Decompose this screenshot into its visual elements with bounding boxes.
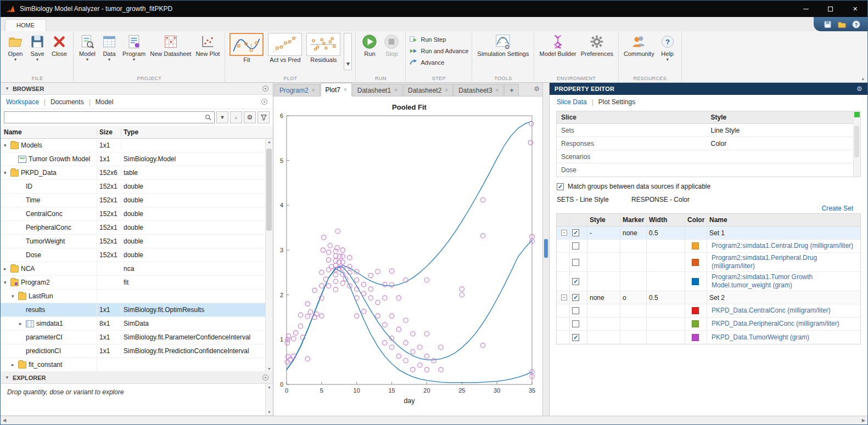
new-plot-button[interactable]: New Plot xyxy=(194,33,221,57)
browser-scrollbar[interactable]: ▲ ▼ xyxy=(265,139,273,372)
table-row-PKPD_Data[interactable]: ▾PKPD_Data152x6table xyxy=(1,166,273,180)
row-checkbox[interactable] xyxy=(572,294,579,301)
slice-row-Responses[interactable]: ResponsesColor xyxy=(557,137,860,150)
doc-tab-Datasheet2[interactable]: Datasheet2× xyxy=(403,84,453,96)
minimize-button[interactable] xyxy=(793,1,818,17)
table-row-simdata1[interactable]: ▸simdata18x1SimData xyxy=(1,317,273,331)
slice-row-Sets[interactable]: SetsLine Style xyxy=(557,124,860,137)
run-button[interactable]: Run xyxy=(359,33,380,57)
close-file-button[interactable]: Close xyxy=(49,33,70,57)
slice-row-Scenarios[interactable]: Scenarios xyxy=(557,150,860,163)
tab-home[interactable]: HOME xyxy=(5,19,46,31)
quick-save-button[interactable] xyxy=(822,19,832,29)
data-button[interactable]: Data ▾ xyxy=(99,33,120,61)
table-row-Dose[interactable]: Dose152x1double xyxy=(1,248,273,262)
gallery-item-residuals[interactable]: Residuals xyxy=(305,33,341,63)
doc-tab-Program2[interactable]: Program2× xyxy=(275,84,320,96)
table-row-parameterCI[interactable]: parameterCI1x1SimBiology.fit.ParameterCo… xyxy=(1,331,273,344)
color-swatch[interactable] xyxy=(692,307,699,314)
row-checkbox[interactable] xyxy=(572,278,579,285)
quick-open-button[interactable] xyxy=(837,19,847,29)
close-tab-icon[interactable]: × xyxy=(496,87,499,93)
color-swatch[interactable] xyxy=(692,334,699,341)
table-row-CentralConc[interactable]: CentralConc152x1double xyxy=(1,207,273,221)
chevron-down-circle-icon[interactable] xyxy=(261,99,267,105)
color-swatch[interactable] xyxy=(692,320,699,327)
tab-plot-settings[interactable]: Plot Settings xyxy=(598,98,635,106)
table-row-predictionCI[interactable]: predictionCI1x1SimBiology.fit.Prediction… xyxy=(1,344,273,358)
set-item-row-PKPD_Data.TumorWeight (gram)[interactable]: PKPD_Data.TumorWeight (gram) xyxy=(557,331,860,344)
tree-caret-icon[interactable]: ▸ xyxy=(19,321,26,326)
doc-tab-Datasheet3[interactable]: Datasheet3× xyxy=(453,84,503,96)
search-prev-button[interactable]: ▲ xyxy=(230,111,242,123)
close-tab-icon[interactable]: × xyxy=(394,87,397,93)
panel-splitter[interactable] xyxy=(543,83,550,416)
collapse-group-icon[interactable]: − xyxy=(561,294,567,301)
table-row-Time[interactable]: Time152x1double xyxy=(1,194,273,207)
create-set-link[interactable]: Create Set xyxy=(550,205,853,212)
color-swatch[interactable] xyxy=(692,242,699,250)
collapse-caret-icon[interactable]: ▼ xyxy=(5,375,9,380)
table-row-Models[interactable]: ▾Models1x1 xyxy=(1,139,273,152)
close-tab-icon[interactable]: × xyxy=(445,87,448,93)
panel-options-icon[interactable] xyxy=(262,86,268,92)
tab-documents[interactable]: Documents xyxy=(51,98,84,106)
tab-options-icon[interactable]: ⚙ xyxy=(534,85,540,93)
help-button[interactable]: ? Help ▾ xyxy=(657,33,678,61)
set-item-row-Program2:simdata1.Tumor Growth Model.tumor_weight (gram)[interactable]: Program2:simdata1.Tumor Growth Model.tum… xyxy=(557,272,860,291)
new-tab-button[interactable]: + xyxy=(504,84,519,96)
run-step-button[interactable]: Run Step xyxy=(409,35,446,44)
gallery-item-act-vs-pred[interactable]: Act vs Pred xyxy=(267,33,303,63)
slice-row-Dose[interactable]: Dose xyxy=(557,163,860,177)
table-row-NCA[interactable]: ▸NCAnca xyxy=(1,262,273,276)
model-builder-button[interactable]: Model Builder xyxy=(537,33,578,57)
stop-button[interactable]: Stop xyxy=(381,33,402,57)
search-settings-button[interactable]: ⚙ xyxy=(244,111,256,123)
collapse-caret-icon[interactable]: ▼ xyxy=(5,86,9,91)
row-checkbox[interactable] xyxy=(572,334,579,341)
column-header-type[interactable]: Type xyxy=(121,128,273,136)
plot-canvas[interactable]: 051015202530350123456Pooled Fitday xyxy=(273,97,542,416)
run-and-advance-button[interactable]: Run and Advance xyxy=(409,46,468,56)
program-button[interactable]: Program ▾ xyxy=(121,33,147,61)
collapse-group-icon[interactable]: − xyxy=(561,230,567,236)
gallery-item-fit[interactable]: Fit xyxy=(228,33,265,63)
table-row-PeripheralConc[interactable]: PeripheralConc152x1double xyxy=(1,221,273,235)
maximize-button[interactable] xyxy=(818,1,843,17)
collapse-ribbon-button[interactable]: ▴ xyxy=(861,76,864,81)
quick-help-button[interactable]: ? xyxy=(851,19,861,29)
tree-caret-icon[interactable]: ▾ xyxy=(12,293,18,299)
search-box[interactable] xyxy=(4,111,215,123)
search-input[interactable] xyxy=(7,114,205,121)
save-button[interactable]: Save ▾ xyxy=(27,33,48,61)
scroll-down-icon[interactable]: ▼ xyxy=(267,367,271,371)
match-groups-checkbox[interactable] xyxy=(557,183,564,190)
new-datasheet-button[interactable]: New Datasheet xyxy=(148,33,193,57)
scrollbar-thumb[interactable] xyxy=(854,126,859,157)
table-row-LastRun[interactable]: ▾LastRun xyxy=(1,290,273,303)
tab-slice-data[interactable]: Slice Data xyxy=(557,98,587,106)
row-checkbox[interactable] xyxy=(572,229,579,236)
slice-scrollbar[interactable] xyxy=(853,111,860,177)
tree-caret-icon[interactable]: ▾ xyxy=(4,143,10,148)
open-button[interactable]: Open ▾ xyxy=(5,33,26,61)
filter-button[interactable] xyxy=(257,111,270,123)
tree-caret-icon[interactable]: ▸ xyxy=(12,362,18,367)
close-button[interactable]: ✕ xyxy=(843,1,867,17)
scroll-left-icon[interactable]: ◀ xyxy=(3,418,6,423)
tree-caret-icon[interactable]: ▸ xyxy=(4,266,10,271)
color-swatch[interactable] xyxy=(692,259,699,266)
scroll-up-icon[interactable]: ▲ xyxy=(267,385,271,389)
scroll-down-icon[interactable]: ▼ xyxy=(267,410,271,414)
table-row-results[interactable]: results1x1SimBiology.fit.OptimResults xyxy=(1,303,273,317)
set-item-row-Program2:simdata1.Peripheral.Drug (milligram/liter)[interactable]: Program2:simdata1.Peripheral.Drug (milli… xyxy=(557,253,860,272)
column-header-size[interactable]: Size xyxy=(97,128,121,136)
gear-icon[interactable]: ⚙ xyxy=(856,85,863,93)
row-checkbox[interactable] xyxy=(572,242,579,250)
explorer-header[interactable]: ▼ EXPLORER xyxy=(1,372,273,384)
preferences-button[interactable]: Preferences xyxy=(579,33,615,57)
table-row-TumorWeight[interactable]: TumorWeight152x1double xyxy=(1,235,273,248)
search-next-button[interactable]: ▼ xyxy=(216,111,228,123)
close-tab-icon[interactable]: × xyxy=(344,87,347,93)
table-row-Program2[interactable]: ▾Program2fit xyxy=(1,276,273,290)
